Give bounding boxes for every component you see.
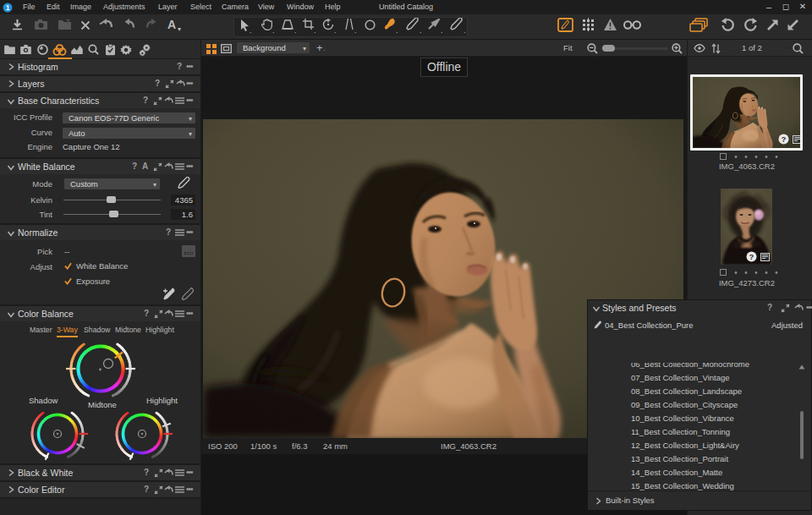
svg-text:1: 1	[6, 3, 10, 12]
svg-text:?: ?	[782, 134, 787, 144]
svg-text:?: ?	[749, 252, 754, 261]
